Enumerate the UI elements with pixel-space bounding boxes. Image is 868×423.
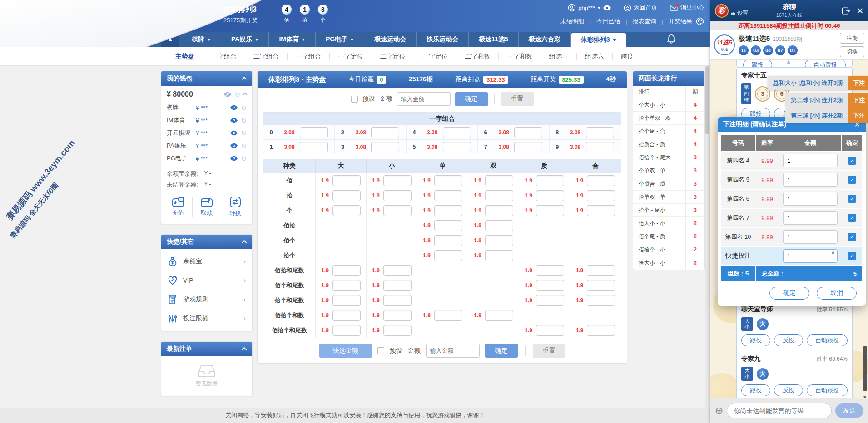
- bet-selection-amount[interactable]: [783, 211, 838, 225]
- eye-icon[interactable]: [603, 5, 611, 11]
- stepper-arrows[interactable]: ▲▼: [831, 251, 835, 256]
- palette-icon[interactable]: [696, 17, 704, 25]
- report-link-3[interactable]: 开奖结果: [669, 17, 692, 25]
- bet-amount-input[interactable]: [371, 142, 399, 152]
- collapse-balance-icon[interactable]: [243, 92, 248, 97]
- bet-amount-input[interactable]: [587, 280, 615, 291]
- follow-button[interactable]: 跟投: [741, 334, 770, 346]
- bet-amount-input[interactable]: [485, 175, 513, 186]
- chat-message-input[interactable]: [727, 403, 832, 418]
- bet-amount-input[interactable]: [383, 295, 412, 306]
- subnav-item-2[interactable]: 二字组合: [245, 53, 288, 60]
- bet-amount-input[interactable]: [514, 127, 542, 138]
- toast-bet-button[interactable]: 下注: [848, 108, 868, 123]
- bet-amount-input[interactable]: [485, 250, 513, 261]
- bet-amount-input[interactable]: [383, 175, 412, 186]
- subnav-item-0[interactable]: 主势盘: [167, 53, 203, 60]
- bet-amount-input[interactable]: [485, 310, 513, 321]
- bet-amount-input[interactable]: [383, 280, 412, 291]
- bet-amount-input[interactable]: [332, 295, 361, 306]
- nav-item-3[interactable]: PG电子: [316, 32, 364, 47]
- message-center-link[interactable]: 消息中心: [670, 4, 704, 12]
- scroll-down-arrow[interactable]: ▼: [863, 395, 867, 398]
- confirm-button-bottom[interactable]: 确定: [485, 344, 518, 358]
- reset-button-bottom[interactable]: 重置: [533, 344, 565, 358]
- bet-amount-input[interactable]: [485, 220, 513, 231]
- bet-selection-amount[interactable]: [783, 230, 838, 244]
- bet-amount-input[interactable]: [332, 310, 361, 321]
- bet-amount-input[interactable]: [587, 205, 615, 216]
- bet-amount-input[interactable]: [332, 280, 361, 291]
- wallet-panel-header[interactable]: 我的钱包: [161, 71, 252, 86]
- auto-follow-button[interactable]: 自动跟投: [807, 384, 848, 396]
- auto-follow-button[interactable]: 自动跟投: [807, 334, 848, 346]
- bet-selection-amount[interactable]: [783, 192, 838, 206]
- bet-amount-input[interactable]: [383, 205, 412, 216]
- quick-bet-checkbox[interactable]: ✓: [848, 252, 856, 260]
- nav-item-7[interactable]: 极速六合彩: [519, 32, 571, 47]
- bell-icon[interactable]: [667, 34, 676, 45]
- subnav-item-10[interactable]: 组选六: [577, 53, 613, 60]
- report-link-0[interactable]: 未结明细: [560, 17, 584, 25]
- plus-circle-icon[interactable]: ⊕: [715, 406, 723, 416]
- bet-amount-input[interactable]: [332, 190, 361, 201]
- follow-button[interactable]: 跟投: [743, 60, 772, 67]
- eye-icon[interactable]: [230, 130, 238, 136]
- bet-amount-input[interactable]: [300, 142, 328, 152]
- amount-input[interactable]: [397, 92, 451, 106]
- bet-amount-input[interactable]: [434, 235, 462, 246]
- subnav-item-4[interactable]: 一字定位: [330, 53, 372, 60]
- report-link-1[interactable]: 今日已结: [596, 17, 620, 25]
- wallet-action-2[interactable]: 转换: [221, 197, 249, 217]
- home-link[interactable]: 返回首页: [624, 4, 657, 12]
- bet-amount-input[interactable]: [536, 190, 564, 201]
- nav-item-4[interactable]: 极速运动会: [364, 32, 417, 47]
- refresh-icon[interactable]: ↻: [241, 104, 247, 111]
- nav-item-5[interactable]: 快乐运动会: [417, 32, 469, 47]
- subnav-item-9[interactable]: 组选三: [541, 53, 577, 60]
- toast-bet-button[interactable]: 下注: [848, 93, 868, 108]
- bet-amount-input[interactable]: [434, 220, 462, 231]
- refresh-icon[interactable]: ↻: [234, 91, 240, 98]
- refresh-icon[interactable]: ↻: [241, 155, 247, 162]
- quick-item-1[interactable]: VIP›: [161, 271, 252, 290]
- quick-amount-button[interactable]: 快选金额: [319, 344, 372, 358]
- bet-selection-amount[interactable]: [783, 154, 838, 167]
- bet-amount-input[interactable]: [485, 235, 513, 246]
- bet-amount-input[interactable]: [587, 295, 615, 306]
- bet-amount-input[interactable]: [383, 265, 412, 276]
- chat-settings-button[interactable]: 设置: [730, 10, 748, 17]
- quick-item-0[interactable]: 余额宝›: [161, 252, 252, 271]
- bet-amount-input[interactable]: [485, 205, 513, 216]
- bet-selection-checkbox[interactable]: ✓: [848, 176, 856, 184]
- bet-amount-input[interactable]: [332, 205, 361, 216]
- bet-amount-input[interactable]: [383, 190, 412, 201]
- bet-amount-input[interactable]: [332, 325, 361, 336]
- quick-panel-header[interactable]: 快捷/其它: [161, 235, 252, 249]
- bet-amount-input[interactable]: [536, 265, 564, 276]
- page-scrollbar[interactable]: [705, 65, 709, 408]
- bet-amount-input[interactable]: [485, 190, 513, 201]
- latest-orders-header[interactable]: 最新注单: [161, 342, 252, 356]
- bet-selection-checkbox[interactable]: ✓: [848, 214, 856, 222]
- bet-amount-input[interactable]: [371, 127, 399, 138]
- bet-amount-input[interactable]: [536, 325, 564, 336]
- collapse-chevron[interactable]: ∧: [786, 60, 791, 65]
- bet-amount-input[interactable]: [434, 175, 462, 186]
- confirm-button[interactable]: 确定: [455, 92, 488, 106]
- bet-amount-input[interactable]: [536, 175, 564, 186]
- popout-icon[interactable]: [842, 7, 850, 15]
- quick-item-3[interactable]: 投注限额›: [161, 309, 252, 328]
- bet-amount-input[interactable]: [514, 142, 542, 152]
- bet-amount-input[interactable]: [300, 127, 328, 138]
- eye-icon[interactable]: [230, 143, 238, 148]
- bet-amount-input[interactable]: [536, 205, 564, 216]
- report-link-2[interactable]: 报表查询: [633, 17, 656, 25]
- refresh-icon[interactable]: ↻: [241, 143, 247, 149]
- bet-amount-input[interactable]: [383, 310, 412, 321]
- bet-selection-checkbox[interactable]: ✓: [848, 233, 856, 241]
- user-menu[interactable]: php***: [568, 4, 611, 12]
- toast-bet-button[interactable]: 下注: [848, 76, 868, 90]
- nav-item-8[interactable]: 体彩排列3: [571, 33, 626, 47]
- bet-amount-input[interactable]: [434, 190, 462, 201]
